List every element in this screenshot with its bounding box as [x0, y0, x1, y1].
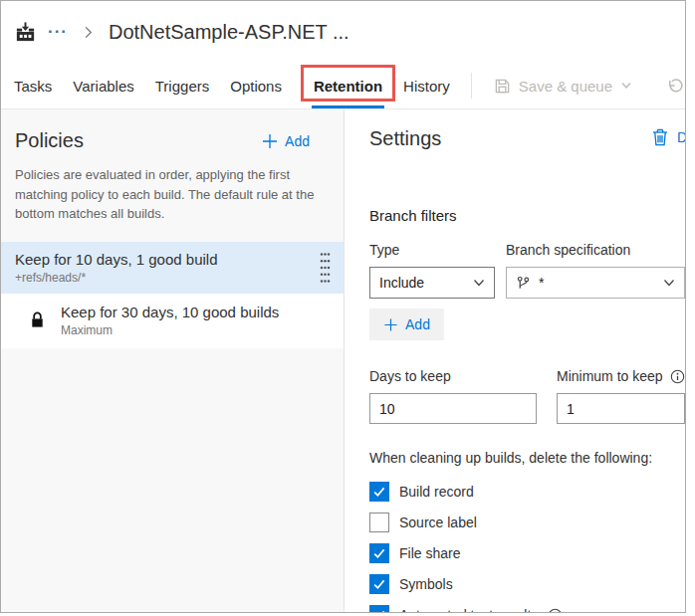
plus-icon [262, 133, 278, 149]
tab-history[interactable]: History [403, 63, 450, 108]
minimum-to-keep-input[interactable] [557, 393, 685, 424]
discard-button[interactable]: Discard [666, 78, 686, 95]
type-label: Type [369, 242, 495, 258]
chevron-right-icon [81, 25, 96, 40]
checkbox-label: Build record [399, 484, 474, 500]
checkbox-label: Automated test results [399, 607, 538, 613]
settings-title: Settings [369, 127, 685, 150]
chevron-down-icon [663, 277, 675, 289]
type-dropdown[interactable]: Include [369, 267, 495, 299]
checkbox-checked[interactable] [369, 574, 389, 594]
policies-panel: Policies Add Policies are evaluated in o… [1, 109, 345, 612]
definition-tabbar: Tasks Variables Triggers Options Retenti… [1, 63, 685, 109]
chevron-down-icon [473, 277, 485, 289]
info-icon[interactable] [548, 608, 563, 614]
breadcrumb-ellipsis-icon[interactable]: ··· [48, 22, 68, 42]
tab-variables[interactable]: Variables [73, 63, 133, 108]
days-to-keep-input[interactable] [369, 393, 537, 424]
days-to-keep-label: Days to keep [369, 368, 537, 384]
policy-title: Keep for 10 days, 1 good build [15, 251, 330, 268]
policy-list: Keep for 10 days, 1 good build +refs/hea… [1, 242, 344, 348]
filter-type-column: Type Include [369, 242, 495, 299]
minimum-to-keep-field: Minimum to keep [557, 368, 685, 424]
retention-fields-row: Days to keep Minimum to keep [369, 368, 685, 424]
branch-spec-label: Branch specification [506, 242, 685, 258]
undo-icon [666, 78, 683, 95]
policy-branch-filter: +refs/heads/* [15, 271, 330, 285]
branch-spec-value: * [539, 275, 544, 291]
branch-filters-heading: Branch filters [369, 207, 685, 224]
tab-retention-label: Retention [314, 78, 382, 95]
tab-tasks[interactable]: Tasks [14, 63, 52, 108]
tab-retention[interactable]: Retention [303, 63, 393, 108]
checkbox-label: Symbols [399, 576, 453, 592]
checkbox-checked[interactable] [369, 482, 389, 502]
cleanup-option-file-share: File share [369, 543, 685, 563]
add-policy-label: Add [285, 133, 310, 149]
cleanup-heading: When cleaning up builds, delete the foll… [369, 450, 685, 466]
policy-subtitle: Maximum [61, 323, 279, 337]
definition-toolbar: Save & queue Discard ··· [471, 63, 686, 108]
cleanup-option-build-record: Build record [369, 482, 685, 502]
minimum-to-keep-label: Minimum to keep [557, 368, 685, 384]
trash-icon [652, 128, 668, 146]
branch-filter-row: Type Include Branch specification [369, 242, 685, 299]
days-to-keep-field: Days to keep [369, 368, 537, 424]
policy-title: Keep for 30 days, 10 good builds [61, 304, 279, 320]
add-policy-button[interactable]: Add [262, 133, 310, 149]
breadcrumb: ··· DotNetSample-ASP.NET ... [1, 1, 685, 63]
info-icon[interactable] [670, 369, 685, 384]
cleanup-option-source-label: Source label [369, 513, 685, 532]
policy-item-selected[interactable]: Keep for 10 days, 1 good build +refs/hea… [1, 242, 344, 294]
drag-handle-icon[interactable] [320, 252, 331, 283]
git-branch-icon [516, 276, 531, 291]
type-value: Include [379, 275, 424, 291]
cleanup-option-symbols: Symbols [369, 574, 685, 594]
add-filter-label: Add [405, 316, 430, 332]
checkbox-label: File share [399, 545, 460, 561]
checkbox-checked[interactable] [369, 543, 389, 563]
lock-icon [29, 310, 46, 329]
cleanup-option-automated-test-results: Automated test results [369, 605, 685, 613]
build-definition-retention-page: ··· DotNetSample-ASP.NET ... Tasks Varia… [0, 0, 686, 613]
save-queue-button[interactable]: Save & queue [494, 78, 632, 95]
checkbox-unchecked[interactable] [369, 513, 389, 532]
delete-label: Delete [677, 129, 686, 145]
branch-spec-column: Branch specification * [506, 242, 685, 299]
branch-spec-dropdown[interactable]: * [506, 267, 685, 299]
policy-item-maximum[interactable]: Keep for 30 days, 10 good builds Maximum [1, 294, 344, 348]
checkbox-checked[interactable] [369, 605, 389, 613]
toolbar-divider [471, 73, 472, 99]
save-queue-label: Save & queue [519, 78, 612, 95]
checkbox-label: Source label [399, 514, 477, 530]
delete-policy-button[interactable]: Delete [652, 128, 686, 146]
chevron-down-icon [620, 80, 632, 92]
add-branch-filter-button[interactable]: Add [369, 308, 444, 340]
settings-panel: Settings Delete Branch filters Type [345, 109, 685, 612]
tab-triggers[interactable]: Triggers [155, 63, 209, 108]
policies-header: Policies Add [1, 109, 344, 152]
page-title: DotNetSample-ASP.NET ... [109, 21, 349, 44]
active-tab-underline [312, 105, 384, 108]
retention-main: Policies Add Policies are evaluated in o… [1, 109, 685, 612]
plus-icon [383, 317, 398, 332]
policy-text: Keep for 30 days, 10 good builds Maximum [61, 304, 279, 337]
minimum-to-keep-text: Minimum to keep [557, 368, 663, 384]
build-definition-icon [14, 21, 37, 44]
policies-title: Policies [15, 129, 84, 152]
tab-options[interactable]: Options [230, 63, 282, 108]
policies-description: Policies are evaluated in order, applyin… [15, 165, 316, 224]
save-icon [494, 78, 511, 95]
